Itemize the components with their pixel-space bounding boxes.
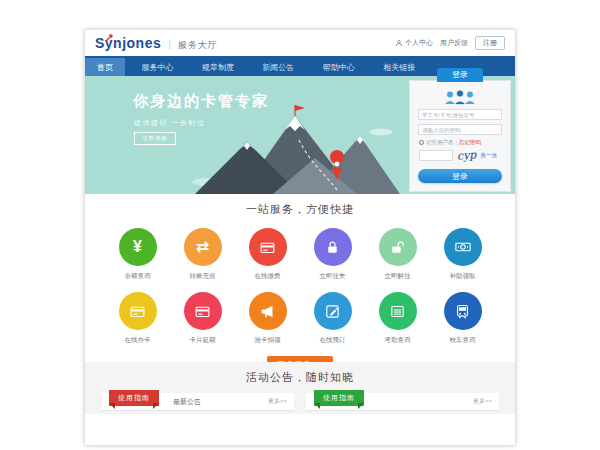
hero-cta-button[interactable]: 立即体验 bbox=[134, 132, 176, 145]
site-title: 服务大厅 bbox=[178, 39, 218, 52]
unfreeze-circle bbox=[379, 228, 417, 266]
person-icon bbox=[395, 39, 403, 47]
announcement-panel-right: 使用指南 更多>> bbox=[306, 393, 499, 410]
service-school-bus[interactable]: 校车查询 bbox=[430, 292, 495, 345]
page: Synjones | 服务大厅 个人中心 用户反馈 注册 首页 服务中心 规章制… bbox=[0, 0, 600, 450]
page-bottom-filler bbox=[85, 414, 515, 445]
announcement-panels: 使用指南 最新公告 更多>> 使用指南 更多>> bbox=[85, 393, 515, 410]
list-icon bbox=[389, 303, 406, 320]
options-separator: | bbox=[456, 140, 457, 146]
loss-circle bbox=[314, 228, 352, 266]
personal-center-label: 个人中心 bbox=[405, 38, 433, 48]
nav-item-home[interactable]: 首页 bbox=[85, 58, 125, 78]
nav-item-rules[interactable]: 规章制度 bbox=[190, 58, 246, 78]
guide-ribbon-red[interactable]: 使用指南 bbox=[109, 390, 159, 406]
megaphone-icon bbox=[259, 303, 276, 320]
bus-icon bbox=[454, 303, 471, 320]
username-input[interactable] bbox=[418, 109, 502, 120]
nav-item-help[interactable]: 帮助中心 bbox=[311, 58, 367, 78]
services-row-2: 在线办卡 卡片延期 拾卡招领 在线预订 bbox=[85, 292, 515, 345]
logo-text: Synjones bbox=[95, 35, 161, 51]
booking-circle bbox=[314, 292, 352, 330]
hero-subtitle: 提供捷径 一步到位 bbox=[134, 118, 205, 128]
services-row-1: ¥ 余额查询 ⇄ 转账充值 在线缴费 立即挂失 bbox=[85, 228, 515, 281]
register-button[interactable]: 注册 bbox=[475, 36, 505, 50]
users-icon bbox=[443, 89, 477, 105]
service-report-loss[interactable]: 立即挂失 bbox=[300, 228, 365, 281]
latest-news-tab[interactable]: 最新公告 bbox=[173, 397, 201, 407]
bus-circle bbox=[444, 292, 482, 330]
logo-arrow-icon bbox=[106, 34, 114, 42]
unlock-icon bbox=[389, 239, 406, 256]
personal-center-link[interactable]: 个人中心 bbox=[395, 38, 433, 48]
service-apply-card[interactable]: 在线办卡 bbox=[105, 292, 170, 345]
more-link-right[interactable]: 更多>> bbox=[473, 397, 492, 406]
forgot-password-link[interactable]: 忘记密码 bbox=[459, 139, 481, 146]
lock-icon bbox=[324, 239, 341, 256]
balance-circle: ¥ bbox=[119, 228, 157, 266]
transfer-icon: ⇄ bbox=[196, 239, 209, 255]
login-tab[interactable]: 登录 bbox=[437, 68, 483, 82]
service-online-booking[interactable]: 在线预订 bbox=[300, 292, 365, 345]
hero-title: 你身边的卡管专家 bbox=[133, 92, 269, 111]
announcements-section: 活动公告，随时知晓 使用指南 最新公告 更多>> 使用指南 更多>> bbox=[85, 362, 515, 414]
logo[interactable]: Synjones | 服务大厅 bbox=[95, 35, 218, 52]
captcha-input[interactable] bbox=[419, 150, 453, 161]
remember-checkbox[interactable] bbox=[419, 140, 424, 145]
login-button[interactable]: 登录 bbox=[418, 169, 502, 183]
header-divider: | bbox=[168, 39, 171, 50]
site-container: Synjones | 服务大厅 个人中心 用户反馈 注册 首页 服务中心 规章制… bbox=[85, 30, 515, 445]
subsidy-circle bbox=[444, 228, 482, 266]
announcements-title: 活动公告，随时知晓 bbox=[85, 362, 515, 385]
apply-circle bbox=[119, 292, 157, 330]
login-form: 记住用户名 | 忘记密码 cyp 换一张 登录 bbox=[409, 80, 511, 192]
service-balance[interactable]: ¥ 余额查询 bbox=[105, 228, 170, 281]
mountain-illustration bbox=[185, 102, 400, 194]
service-transfer[interactable]: ⇄ 转账充值 bbox=[170, 228, 235, 281]
credit-card-icon bbox=[129, 303, 146, 320]
services-title: 一站服务，方便快捷 bbox=[85, 194, 515, 217]
yen-icon: ¥ bbox=[133, 239, 142, 255]
extension-circle bbox=[184, 292, 222, 330]
service-card-extension[interactable]: 卡片延期 bbox=[170, 292, 235, 345]
feedback-link[interactable]: 用户反馈 bbox=[440, 38, 468, 48]
service-subsidy[interactable]: 补助领取 bbox=[430, 228, 495, 281]
login-options: 记住用户名 | 忘记密码 bbox=[419, 139, 501, 146]
edit-icon bbox=[324, 303, 341, 320]
refresh-captcha-link[interactable]: 换一张 bbox=[480, 152, 497, 159]
announcement-panel-left: 使用指南 最新公告 更多>> bbox=[101, 393, 294, 410]
guide-ribbon-green[interactable]: 使用指南 bbox=[314, 390, 364, 406]
nav-item-news[interactable]: 新闻公告 bbox=[250, 58, 306, 78]
header-links: 个人中心 用户反馈 注册 bbox=[395, 36, 505, 50]
login-panel: 登录 记住用户名 | 忘记密码 cyp bbox=[409, 68, 511, 192]
captcha-row: cyp 换一张 bbox=[419, 149, 501, 162]
credit-card-icon bbox=[194, 303, 211, 320]
service-lost-found[interactable]: 拾卡招领 bbox=[235, 292, 300, 345]
banknote-icon bbox=[454, 238, 472, 256]
password-input[interactable] bbox=[418, 124, 502, 135]
service-pay-online[interactable]: 在线缴费 bbox=[235, 228, 300, 281]
lost-found-circle bbox=[249, 292, 287, 330]
service-attendance[interactable]: 考勤查询 bbox=[365, 292, 430, 345]
service-unfreeze[interactable]: 立即解挂 bbox=[365, 228, 430, 281]
services-section: 一站服务，方便快捷 ¥ 余额查询 ⇄ 转账充值 在线缴费 bbox=[85, 194, 515, 362]
captcha-image[interactable]: cyp bbox=[457, 148, 477, 162]
nav-item-service-center[interactable]: 服务中心 bbox=[129, 58, 185, 78]
transfer-circle: ⇄ bbox=[184, 228, 222, 266]
attendance-circle bbox=[379, 292, 417, 330]
remember-label: 记住用户名 bbox=[426, 139, 454, 146]
credit-card-icon bbox=[259, 239, 276, 256]
header: Synjones | 服务大厅 个人中心 用户反馈 注册 bbox=[85, 30, 515, 56]
more-link-left[interactable]: 更多>> bbox=[268, 397, 287, 406]
pay-circle bbox=[249, 228, 287, 266]
